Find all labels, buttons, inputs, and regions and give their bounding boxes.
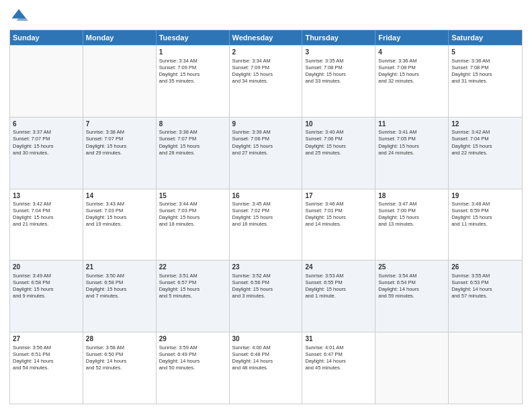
cell-info: Sunrise: 3:50 AM Sunset: 6:58 PM Dayligh… [86,273,153,300]
cell-info: Sunrise: 3:38 AM Sunset: 7:07 PM Dayligh… [86,129,153,156]
cal-cell-day-29: 29Sunrise: 3:59 AM Sunset: 6:49 PM Dayli… [157,332,230,404]
day-number: 7 [86,120,153,129]
cal-week-row-4: 27Sunrise: 3:56 AM Sunset: 6:51 PM Dayli… [10,332,522,404]
col-header-friday: Friday [375,30,449,45]
cal-cell-day-1: 1Sunrise: 3:34 AM Sunset: 7:09 PM Daylig… [157,46,230,117]
cal-cell-day-19: 19Sunrise: 3:48 AM Sunset: 6:59 PM Dayli… [449,189,522,261]
day-number: 2 [232,48,300,57]
cell-info: Sunrise: 3:59 AM Sunset: 6:49 PM Dayligh… [159,345,226,372]
cal-week-row-3: 20Sunrise: 3:49 AM Sunset: 6:58 PM Dayli… [10,260,522,332]
day-number: 3 [305,48,372,57]
day-number: 4 [378,48,445,57]
cal-cell-day-24: 24Sunrise: 3:53 AM Sunset: 6:55 PM Dayli… [302,261,375,332]
cell-info: Sunrise: 3:34 AM Sunset: 7:09 PM Dayligh… [232,58,300,85]
cell-info: Sunrise: 3:38 AM Sunset: 7:07 PM Dayligh… [159,129,226,156]
cal-cell-day-23: 23Sunrise: 3:52 AM Sunset: 6:56 PM Dayli… [230,261,303,332]
day-number: 13 [13,191,80,201]
cell-info: Sunrise: 3:37 AM Sunset: 7:07 PM Dayligh… [13,129,80,156]
day-number: 16 [232,191,300,201]
cell-info: Sunrise: 3:35 AM Sunset: 7:08 PM Dayligh… [305,58,372,85]
day-number: 23 [232,263,300,272]
day-number: 30 [232,334,300,344]
cell-info: Sunrise: 3:49 AM Sunset: 6:58 PM Dayligh… [13,273,80,300]
day-number: 24 [305,263,372,272]
header [9,7,523,26]
day-number: 17 [305,191,372,201]
day-number: 15 [159,191,226,201]
cell-info: Sunrise: 3:45 AM Sunset: 7:02 PM Dayligh… [232,201,300,228]
cal-cell-day-12: 12Sunrise: 3:42 AM Sunset: 7:04 PM Dayli… [449,118,522,189]
day-number: 28 [86,334,153,344]
cell-info: Sunrise: 3:54 AM Sunset: 6:54 PM Dayligh… [378,273,445,300]
cell-info: Sunrise: 3:55 AM Sunset: 6:53 PM Dayligh… [451,273,519,300]
cell-info: Sunrise: 3:36 AM Sunset: 7:08 PM Dayligh… [378,58,445,85]
cell-info: Sunrise: 4:00 AM Sunset: 6:48 PM Dayligh… [232,345,300,372]
cell-info: Sunrise: 3:47 AM Sunset: 7:00 PM Dayligh… [378,201,445,228]
cell-info: Sunrise: 3:51 AM Sunset: 6:57 PM Dayligh… [159,273,226,300]
cal-cell-day-27: 27Sunrise: 3:56 AM Sunset: 6:51 PM Dayli… [10,332,83,404]
day-number: 25 [378,263,445,272]
cal-cell-empty [375,332,449,404]
cal-cell-day-15: 15Sunrise: 3:44 AM Sunset: 7:03 PM Dayli… [157,189,230,261]
cal-cell-day-8: 8Sunrise: 3:38 AM Sunset: 7:07 PM Daylig… [157,118,230,189]
day-number: 8 [159,120,226,129]
day-number: 10 [305,120,372,129]
cell-info: Sunrise: 3:42 AM Sunset: 7:04 PM Dayligh… [451,129,519,156]
logo [9,7,31,26]
day-number: 12 [451,120,519,129]
cell-info: Sunrise: 3:36 AM Sunset: 7:08 PM Dayligh… [451,58,519,85]
cal-cell-empty [449,332,522,404]
cal-cell-day-31: 31Sunrise: 4:01 AM Sunset: 6:47 PM Dayli… [302,332,375,404]
col-header-saturday: Saturday [449,30,522,45]
cell-info: Sunrise: 3:58 AM Sunset: 6:50 PM Dayligh… [86,345,153,372]
day-number: 31 [305,334,372,344]
cell-info: Sunrise: 3:43 AM Sunset: 7:03 PM Dayligh… [86,201,153,228]
day-number: 6 [13,120,80,129]
day-number: 27 [13,334,80,344]
day-number: 11 [378,120,445,129]
cal-cell-day-18: 18Sunrise: 3:47 AM Sunset: 7:00 PM Dayli… [375,189,449,261]
cell-info: Sunrise: 3:40 AM Sunset: 7:06 PM Dayligh… [305,129,372,156]
cell-info: Sunrise: 3:48 AM Sunset: 6:59 PM Dayligh… [451,201,519,228]
cell-info: Sunrise: 3:46 AM Sunset: 7:01 PM Dayligh… [305,201,372,228]
day-number: 21 [86,263,153,272]
cal-cell-day-30: 30Sunrise: 4:00 AM Sunset: 6:48 PM Dayli… [230,332,303,404]
cell-info: Sunrise: 3:34 AM Sunset: 7:09 PM Dayligh… [159,58,226,85]
cal-cell-day-7: 7Sunrise: 3:38 AM Sunset: 7:07 PM Daylig… [83,118,157,189]
day-number: 14 [86,191,153,201]
cal-week-row-1: 6Sunrise: 3:37 AM Sunset: 7:07 PM Daylig… [10,117,522,189]
cal-cell-day-11: 11Sunrise: 3:41 AM Sunset: 7:05 PM Dayli… [375,118,449,189]
cal-week-row-2: 13Sunrise: 3:42 AM Sunset: 7:04 PM Dayli… [10,189,522,261]
cal-cell-day-13: 13Sunrise: 3:42 AM Sunset: 7:04 PM Dayli… [10,189,83,261]
cell-info: Sunrise: 4:01 AM Sunset: 6:47 PM Dayligh… [305,345,372,372]
cell-info: Sunrise: 3:39 AM Sunset: 7:06 PM Dayligh… [232,129,300,156]
cell-info: Sunrise: 3:56 AM Sunset: 6:51 PM Dayligh… [13,345,80,372]
logo-icon [9,7,28,26]
day-number: 29 [159,334,226,344]
col-header-sunday: Sunday [10,30,83,45]
cal-cell-day-21: 21Sunrise: 3:50 AM Sunset: 6:58 PM Dayli… [83,261,157,332]
cal-cell-day-20: 20Sunrise: 3:49 AM Sunset: 6:58 PM Dayli… [10,261,83,332]
col-header-tuesday: Tuesday [157,30,230,45]
cell-info: Sunrise: 3:41 AM Sunset: 7:05 PM Dayligh… [378,129,445,156]
cal-cell-day-9: 9Sunrise: 3:39 AM Sunset: 7:06 PM Daylig… [230,118,303,189]
cal-cell-day-22: 22Sunrise: 3:51 AM Sunset: 6:57 PM Dayli… [157,261,230,332]
cal-cell-day-6: 6Sunrise: 3:37 AM Sunset: 7:07 PM Daylig… [10,118,83,189]
page: SundayMondayTuesdayWednesdayThursdayFrid… [0,0,532,411]
cal-cell-day-3: 3Sunrise: 3:35 AM Sunset: 7:08 PM Daylig… [302,46,375,117]
cell-info: Sunrise: 3:44 AM Sunset: 7:03 PM Dayligh… [159,201,226,228]
day-number: 1 [159,48,226,57]
cal-cell-day-14: 14Sunrise: 3:43 AM Sunset: 7:03 PM Dayli… [83,189,157,261]
calendar-body: 1Sunrise: 3:34 AM Sunset: 7:09 PM Daylig… [10,45,522,404]
cal-week-row-0: 1Sunrise: 3:34 AM Sunset: 7:09 PM Daylig… [10,45,522,117]
day-number: 26 [451,263,519,272]
cal-cell-empty [83,46,157,117]
calendar-header-row: SundayMondayTuesdayWednesdayThursdayFrid… [10,30,522,45]
cal-cell-day-16: 16Sunrise: 3:45 AM Sunset: 7:02 PM Dayli… [230,189,303,261]
day-number: 19 [451,191,519,201]
cal-cell-day-4: 4Sunrise: 3:36 AM Sunset: 7:08 PM Daylig… [375,46,449,117]
col-header-thursday: Thursday [302,30,375,45]
cal-cell-day-17: 17Sunrise: 3:46 AM Sunset: 7:01 PM Dayli… [302,189,375,261]
day-number: 18 [378,191,445,201]
cell-info: Sunrise: 3:53 AM Sunset: 6:55 PM Dayligh… [305,273,372,300]
